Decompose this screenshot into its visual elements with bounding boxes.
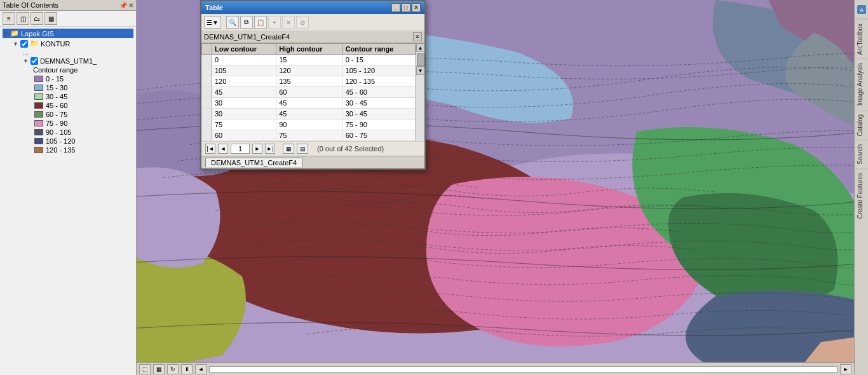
table-row[interactable]: 60 75 60 - 75 [202, 130, 416, 141]
search-btn[interactable]: Search [855, 140, 868, 168]
legend-label-15-30: 15 - 30 [46, 84, 67, 92]
expand-icon-demnas[interactable]: ▼ [23, 58, 29, 64]
row-num-3 [202, 76, 212, 87]
table-subtab-close-btn[interactable]: ✕ [413, 32, 422, 41]
table-vscrollbar[interactable]: ▲ ▼ [416, 43, 424, 141]
table-window: Table _ □ ✕ ☰▼ 🔍 ⧉ 📋 + ✕ ⊘ DEMNAS_U [200, 0, 426, 170]
table-row[interactable]: 0 15 0 - 15 [202, 55, 416, 65]
paste-btn[interactable]: 📋 [254, 16, 267, 29]
arcgis-icon: A [855, 0, 869, 19]
data-view-btn[interactable]: ▦ [153, 364, 165, 374]
pause-btn[interactable]: ⏸ [181, 364, 193, 374]
options-dropdown-btn[interactable]: ☰▼ [204, 16, 221, 29]
clear-btn[interactable]: ⊘ [296, 16, 309, 29]
high-45a: 45 [276, 98, 342, 109]
layer-tab-label[interactable]: DEMNAS_UTM1_CreateF4 [205, 158, 302, 167]
refresh-btn[interactable]: ↻ [167, 364, 179, 374]
table-row[interactable]: 120 135 120 - 135 [202, 76, 416, 87]
next-page-btn[interactable]: ► [252, 144, 262, 154]
table-row[interactable]: 105 120 105 - 120 [202, 65, 416, 76]
table-row[interactable]: 30 45 30 - 45 [202, 98, 416, 109]
select-btn[interactable]: ▦ [44, 12, 57, 25]
display-btn[interactable]: 🗂 [31, 12, 43, 25]
selection-info: (0 out of 42 Selected) [317, 145, 384, 153]
show-selected-btn[interactable]: ▤ [297, 144, 308, 154]
contour-range-header[interactable]: Contour range [342, 44, 415, 55]
table-row[interactable]: 75 90 75 - 90 [202, 119, 416, 130]
demnas-header[interactable]: ▼ DEMNAS_UTM1_ [23, 57, 131, 65]
folder-icon: 📁 [10, 29, 19, 38]
select-by-attribute-btn[interactable]: 🔍 [226, 16, 239, 29]
lapak-gis-label: Lapak GIS [21, 30, 54, 38]
row-num-1 [202, 55, 212, 65]
legend-label-90-105: 90 - 105 [46, 128, 71, 136]
legend-label-105-120: 105 - 120 [46, 137, 75, 145]
low-contour-header[interactable]: Low contour [212, 44, 276, 55]
add-field-btn[interactable]: + [268, 16, 281, 29]
close-icon[interactable]: ✕ [128, 2, 133, 9]
show-all-btn[interactable]: ▦ [283, 144, 294, 154]
legend-label-75-90: 75 - 90 [46, 119, 67, 127]
lapak-gis-header[interactable]: ▼ 📁 Lapak GIS [3, 29, 133, 38]
prev-page-btn[interactable]: ◄ [218, 144, 228, 154]
range-0-15: 0 - 15 [342, 55, 415, 65]
high-45b: 45 [276, 109, 342, 119]
high-contour-header[interactable]: High contour [276, 44, 342, 55]
scroll-up-btn[interactable]: ▲ [416, 43, 425, 52]
kontur-header[interactable]: ▼ 📁 KONTUR [13, 39, 132, 48]
table-title: Table [205, 4, 223, 11]
table-layer-name: DEMNAS_UTM1_CreateF4 [204, 33, 290, 41]
page-number-input[interactable]: 1 [231, 144, 250, 154]
demnas-checkbox[interactable] [31, 57, 38, 65]
kontur-checkbox[interactable] [20, 40, 28, 48]
source-btn[interactable]: ◫ [17, 12, 29, 25]
legend-color-45-60 [34, 102, 43, 109]
scroll-thumb[interactable] [417, 53, 424, 66]
table-row[interactable]: 30 45 30 - 45 [202, 109, 416, 119]
layout-view-btn[interactable]: ⬚ [139, 364, 151, 374]
low-30a: 30 [212, 98, 276, 109]
legend-105-120: 105 - 120 [34, 137, 131, 146]
legend-items: 0 - 15 15 - 30 30 - 45 [23, 74, 131, 154]
scroll-right-btn[interactable]: ► [840, 364, 851, 374]
legend-color-120-135 [34, 147, 43, 153]
scroll-down-btn[interactable]: ▼ [416, 66, 425, 75]
image-analysis-btn[interactable]: Image Analysis [855, 58, 868, 109]
back-btn[interactable]: ◄ [195, 364, 207, 374]
expand-icon-lapak[interactable]: ▼ [3, 31, 8, 37]
close-table-btn[interactable]: ✕ [412, 3, 421, 12]
legend-45-60: 45 - 60 [34, 101, 131, 110]
minimize-btn[interactable]: _ [391, 3, 400, 12]
high-135: 135 [276, 76, 342, 87]
catalog-btn[interactable]: Catalog [855, 110, 868, 140]
high-15: 15 [276, 55, 342, 65]
list-btn[interactable]: ≡ [3, 12, 15, 25]
table-titlebar[interactable]: Table _ □ ✕ [201, 1, 424, 14]
arctoolbox-btn[interactable]: ArcToolbox [855, 19, 868, 58]
tree-group-kontur: ▼ 📁 KONTUR ... ▼ DEMNAS_UTM1_ [11, 38, 133, 156]
bottom-bar: ⬚ ▦ ↻ ⏸ ◄ ► [137, 362, 854, 375]
first-page-btn[interactable]: |◄ [205, 144, 215, 154]
tree-group-lapak-gis: ▼ 📁 Lapak GIS ▼ 📁 KONTUR ... [1, 28, 135, 156]
legend-0-15: 0 - 15 [34, 74, 131, 83]
kontur-children: ... ▼ DEMNAS_UTM1_ Contour range [13, 48, 132, 155]
copy-btn[interactable]: ⧉ [240, 16, 253, 29]
pin-icon[interactable]: 📌 [119, 2, 127, 9]
legend-color-15-30 [34, 85, 43, 91]
lapak-gis-children: ▼ 📁 KONTUR ... ▼ DEMNAS_UTM1_ [3, 38, 133, 156]
toc-title: Table Of Contents [3, 1, 58, 9]
table-row[interactable]: 45 60 45 - 60 [202, 87, 416, 98]
last-page-btn[interactable]: ►| [265, 144, 275, 154]
delete-field-btn[interactable]: ✕ [282, 16, 295, 29]
legend-color-60-75 [34, 111, 43, 118]
maximize-btn[interactable]: □ [402, 3, 410, 12]
expand-icon-kontur[interactable]: ▼ [13, 41, 18, 47]
create-features-btn[interactable]: Create Features [855, 168, 868, 222]
legend-color-30-45 [34, 93, 43, 100]
legend-label-45-60: 45 - 60 [46, 102, 67, 109]
map-canvas[interactable]: Table _ □ ✕ ☰▼ 🔍 ⧉ 📋 + ✕ ⊘ DEMNAS_U [137, 0, 854, 375]
legend-120-135: 120 - 135 [34, 146, 131, 154]
toc-header: Table Of Contents 📌 ✕ [0, 0, 136, 11]
toc-toolbar: ≡ ◫ 🗂 ▦ [0, 11, 136, 27]
row-num-2 [202, 65, 212, 76]
